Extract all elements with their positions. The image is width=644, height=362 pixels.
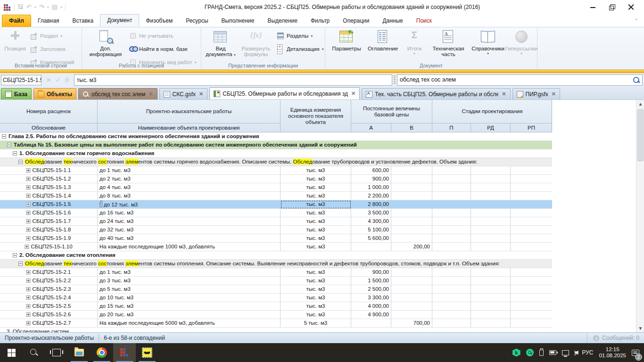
cell-code[interactable]: СБЦП25-15-1.7: [0, 217, 98, 226]
cell-stage-rp[interactable]: [511, 234, 552, 243]
detail-button[interactable]: Детализация▾: [277, 45, 323, 53]
cell-name[interactable]: до 32 тыс. м3: [98, 226, 281, 234]
cell-unit[interactable]: тыс. м3: [281, 166, 351, 175]
cell-price-b[interactable]: [391, 311, 432, 319]
toc-button[interactable]: Оглавление: [365, 29, 401, 51]
cell-price-b[interactable]: [391, 200, 432, 209]
cell-stage-p[interactable]: [432, 217, 471, 226]
cell-unit[interactable]: тыс. м3: [281, 268, 351, 277]
cell-code[interactable]: СБЦП25-15-1.10: [0, 243, 98, 251]
cell-code[interactable]: СБЦП25-15-2.4: [0, 294, 98, 302]
parameters-button[interactable]: Параметры: [329, 29, 364, 51]
cell-price-b[interactable]: [391, 209, 432, 217]
cell-stage-p[interactable]: [432, 183, 471, 192]
cell-unit[interactable]: тыс. м3: [281, 200, 351, 209]
status-messages[interactable]: i Сообщений: 0: [587, 333, 644, 343]
cell-price-a[interactable]: 2 200,00: [351, 192, 391, 200]
cell-name[interactable]: до 12 тыс. м3: [98, 200, 281, 209]
restore-button[interactable]: [609, 4, 615, 10]
doc-tab-tech-part[interactable]: Тех. часть СБЦП25. Обмерные работы и обс…: [362, 88, 510, 99]
header-stages[interactable]: Стадии проектирования: [432, 100, 552, 123]
close-tab-icon[interactable]: ✕: [149, 91, 153, 97]
cell-code[interactable]: СБЦП25-15-2.1: [0, 268, 98, 277]
cell-stage-p[interactable]: [432, 243, 471, 251]
table-row-СБЦП25-15-1.4[interactable]: СБЦП25-15-1.4до 8 тыс. м3тыс. м32 200,00: [0, 192, 552, 200]
table-row-СБЦП25-15-2.4[interactable]: СБЦП25-15-2.4до 10 тыс. м3тыс. м33 300,0…: [0, 294, 552, 302]
cell-price-a[interactable]: 4 900,00: [351, 311, 391, 319]
technical-part-button[interactable]: Техническая часть: [428, 29, 469, 57]
collapse-icon[interactable]: [13, 253, 17, 257]
table-row-СБЦП25-15-1.1[interactable]: СБЦП25-15-1.1до 1 тыс. м3тыс. м3600,00: [0, 166, 552, 175]
cell-code[interactable]: СБЦП25-15-2.5: [0, 302, 98, 311]
doc-tab-search-results[interactable]: обслед тех сос элем✕: [78, 88, 157, 99]
find-in-base-button[interactable]: Найти в норм. базе: [129, 45, 188, 53]
cell-price-b[interactable]: [391, 217, 432, 226]
search-box[interactable]: обслед тех сос элем: [397, 74, 643, 86]
cell-code[interactable]: СБЦП25-15-1.3: [0, 183, 98, 192]
expand-icon[interactable]: [26, 185, 31, 189]
cell-stage-rd[interactable]: [471, 268, 511, 277]
cell-price-a[interactable]: 900,00: [351, 175, 391, 183]
table-row-group[interactable]: Обследование технического состояния элем…: [0, 260, 552, 268]
password-manager-icon[interactable]: [526, 349, 534, 356]
cell-price-b[interactable]: 700,00: [391, 319, 432, 328]
cell-code[interactable]: СБЦП25-15-1.6: [0, 209, 98, 217]
cell-stage-rd[interactable]: [471, 175, 511, 183]
ribbon-tab-operations[interactable]: Операции: [336, 15, 376, 27]
cell-price-a[interactable]: [351, 319, 391, 328]
search-icon[interactable]: [633, 76, 640, 84]
ribbon-tab-execution[interactable]: Выполнение: [215, 15, 261, 27]
table-row-СБЦП25-15-1.6[interactable]: СБЦП25-15-1.6до 16 тыс. м3тыс. м33 500,0…: [0, 209, 552, 217]
cell-stage-rd[interactable]: [471, 217, 511, 226]
cell-name[interactable]: до 4 тыс. м3: [98, 183, 281, 192]
cell-name[interactable]: до 16 тыс. м3: [98, 209, 281, 217]
cell-stage-rp[interactable]: [511, 183, 552, 192]
cell-price-a[interactable]: 600,00: [351, 166, 391, 175]
cell-code[interactable]: СБЦП25-15-1.2: [0, 175, 98, 183]
cell-name[interactable]: до 10 тыс. м3: [98, 294, 281, 302]
app-logo-icon[interactable]: [3, 3, 11, 11]
table-row-section[interactable]: 2. Обследование систем отопления: [0, 251, 552, 260]
doc-tab-sks[interactable]: СКС.gsfx✕: [159, 88, 208, 99]
name-box-input[interactable]: СБЦП25-15-1.5: [1, 75, 41, 85]
table-row-СБЦП25-15-1.7[interactable]: СБЦП25-15-1.7до 24 тыс. м3тыс. м34 300,0…: [0, 217, 552, 226]
cell-name[interactable]: до 24 тыс. м3: [98, 217, 281, 226]
expand-icon[interactable]: [26, 296, 31, 300]
header-b[interactable]: В: [391, 123, 432, 132]
cell-stage-p[interactable]: [432, 302, 471, 311]
header-unit[interactable]: Единица измерения основного показателя о…: [281, 100, 351, 132]
table-row-СБЦП25-15-2.3[interactable]: СБЦП25-15-2.3до 5 тыс. м3тыс. м32 500,00: [0, 285, 552, 294]
header-rp[interactable]: РП: [511, 123, 552, 132]
cell-price-b[interactable]: [391, 183, 432, 192]
undo-icon[interactable]: ↶: [26, 3, 32, 11]
cell-stage-rp[interactable]: [511, 319, 552, 328]
header-basis[interactable]: Обоснование: [0, 123, 98, 132]
expand-icon[interactable]: [25, 245, 29, 249]
header-works[interactable]: Проектно-изыскательские работы: [98, 100, 281, 123]
cell-price-b[interactable]: [391, 268, 432, 277]
table-row-chapter[interactable]: Глава 2.5. Работы по обследованию систем…: [0, 132, 552, 141]
cell-stage-rd[interactable]: [471, 243, 511, 251]
table-row-СБЦП25-15-2.5[interactable]: СБЦП25-15-2.5до 15 тыс. м3тыс. м34 000,0…: [0, 302, 552, 311]
collapse-icon[interactable]: [2, 134, 6, 139]
cell-name[interactable]: до 40 тыс. м3: [98, 234, 281, 243]
table-row-СБЦП25-15-1.3[interactable]: СБЦП25-15-1.3до 4 тыс. м3тыс. м31 000,00: [0, 183, 552, 192]
cell-unit[interactable]: тыс. м3: [281, 285, 351, 294]
cell-code[interactable]: СБЦП25-15-2.2: [0, 277, 98, 285]
collapse-ribbon-icon[interactable]: ⌃: [635, 19, 640, 23]
cell-price-a[interactable]: 2 800,00: [351, 200, 391, 209]
ribbon-tab-physvolume[interactable]: Физобъем: [139, 15, 179, 27]
table-row-partial[interactable]: 3. Обследование систем: [0, 328, 552, 332]
expand-icon[interactable]: [26, 270, 31, 274]
expand-icon[interactable]: [26, 279, 31, 283]
expand-icon[interactable]: [26, 313, 31, 317]
collapse-icon[interactable]: [18, 160, 23, 164]
cell-price-b[interactable]: [391, 192, 432, 200]
cell-name[interactable]: до 2 тыс. м3: [98, 175, 281, 183]
start-button[interactable]: [0, 343, 23, 362]
collapse-icon[interactable]: [18, 262, 23, 266]
cell-stage-p[interactable]: [432, 234, 471, 243]
cell-unit[interactable]: тыс. м3: [281, 294, 351, 302]
scroll-up-icon[interactable]: ▲: [636, 100, 644, 108]
expand-icon[interactable]: [26, 211, 31, 215]
